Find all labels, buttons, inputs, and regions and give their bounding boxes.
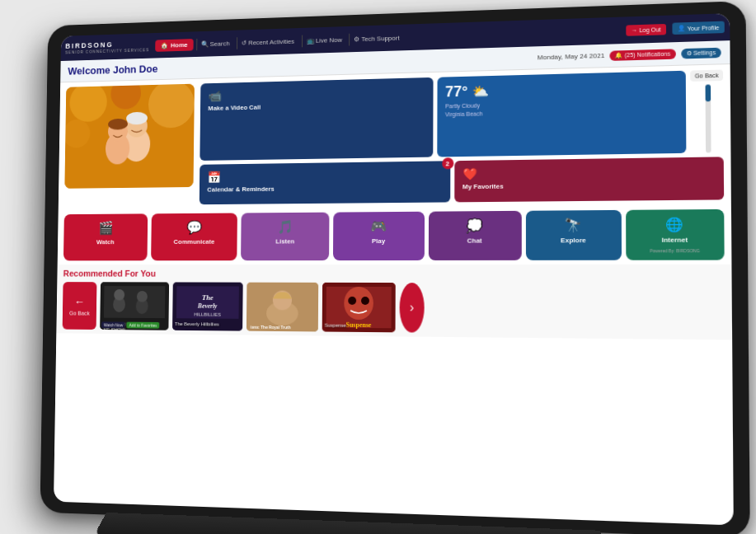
recent-activities-nav-item[interactable]: ↺ Recent Activities [236,35,298,49]
internet-icon: 🌐 [665,217,683,233]
tablet-wrapper: BIRDSONG SENIOR CONNECTIVITY SERVICES 🏠 … [40,1,749,534]
internet-button[interactable]: 🌐 Internet Powered By: BIRDSONG [625,209,724,260]
watch-button[interactable]: 🎬 Watch [63,213,147,260]
play-button[interactable]: 🎮 Play [333,212,424,260]
more-button[interactable]: › [399,283,424,333]
rec-go-back-button[interactable]: ← Go Back [62,282,96,330]
rec-actions-1: Watch Now Add to Favorites [100,320,168,330]
favorites-card[interactable]: ❤️ My Favorites [453,157,723,202]
logout-icon: → [631,27,636,33]
heart-icon: ❤️ [462,167,476,180]
hero-image [64,84,195,189]
recommended-section: Recommended For You ← Go Back [56,265,732,340]
calendar-card[interactable]: 2 📅 Calendar & Reminders [199,161,449,204]
play-icon: 🎮 [370,218,387,234]
rec-card-beverly[interactable]: The Beverly HILLBILLIES The Beverly Hill… [172,282,243,330]
welcome-text: Welcome John Doe [68,63,157,77]
search-icon: 🔍 [200,40,208,48]
bell-icon: 🔔 [614,52,622,59]
rec-card-diana[interactable]: iana: The Royal Truth [246,283,317,332]
tablet-screen: BIRDSONG SENIOR CONNECTIVITY SERVICES 🏠 … [54,13,734,525]
communicate-button[interactable]: 💬 Communicate [151,213,237,261]
left-arrow-icon: ← [74,295,85,307]
go-back-scroll-area: Go Back [690,70,723,153]
listen-button[interactable]: 🎵 Listen [241,213,330,261]
chat-icon: 💭 [466,218,482,233]
explore-button[interactable]: 🔭 Explore [525,210,621,260]
profile-button[interactable]: 👤 Your Profile [672,21,724,35]
search-nav-item[interactable]: 🔍 Search [195,37,232,50]
recommended-title: Recommended For You [63,269,724,279]
suspense-title: Suspense [324,316,345,330]
top-cards-row: 📹 Make a Video Call 77° ⛅ Partly Cloudy … [200,70,723,161]
chat-button[interactable]: 💭 Chat [428,211,521,260]
communicate-icon: 💬 [186,220,202,236]
chevron-right-icon: › [409,300,413,315]
scroll-track[interactable] [705,84,711,152]
beverly-title: The Beverly Hillbillies [174,314,240,329]
svg-text:iana: The Royal Truth: iana: The Royal Truth [250,326,290,330]
app-logo: BIRDSONG SENIOR CONNECTIVITY SERVICES [65,40,149,54]
logout-button[interactable]: → Log Out [626,23,666,35]
weather-temp: 77° [445,83,467,101]
svg-text:Suspense: Suspense [345,321,371,330]
weather-card[interactable]: 77° ⛅ Partly Cloudy Virginia Beach [436,71,686,157]
explore-icon: 🔭 [564,217,581,233]
scroll-thumb [705,84,711,101]
recent-icon: ↺ [241,39,247,46]
tablet-body: BIRDSONG SENIOR CONNECTIVITY SERVICES 🏠 … [40,1,749,534]
tech-icon: ⚙ [354,35,359,43]
calendar-badge: 2 [441,157,453,169]
live-now-nav-item[interactable]: 📺 Live Now [301,33,345,46]
profile-icon: 👤 [677,25,685,32]
recommended-row: ← Go Back [62,282,725,335]
watch-now-button[interactable]: Watch Now [101,321,125,328]
home-icon: 🏠 [160,41,167,49]
weather-condition: Partly Cloudy [445,102,480,109]
action-buttons-row: 🎬 Watch 💬 Communicate 🎵 Listen 🎮 Play 💭 [57,205,731,265]
bottom-cards-row: 2 📅 Calendar & Reminders ❤️ My Favorites [199,157,723,204]
gear-icon: ⚙ [686,49,691,56]
go-back-button[interactable]: Go Back [690,70,723,82]
powered-by-text: Powered By: BIRDSONG [650,248,700,253]
live-icon: 📺 [306,37,314,44]
calendar-icon: 📅 [207,171,220,184]
video-call-card[interactable]: 📹 Make a Video Call [200,77,433,161]
video-icon: 📹 [208,89,221,102]
settings-button[interactable]: ⚙ Settings [680,47,721,59]
watch-icon: 🎬 [97,220,113,235]
header-right: Monday, May 24 2021 🔔 (25) Notifications… [537,47,721,63]
weather-icon: ⛅ [472,83,488,100]
weather-location: Virginia Beach [445,110,482,117]
add-favorites-button[interactable]: Add to Favorites [126,322,158,329]
tech-support-nav-item[interactable]: ⚙ Tech Support [349,31,403,45]
rec-card-suspense[interactable]: Suspense Suspense [322,283,395,332]
notifications-button[interactable]: 🔔 (25) Notifications [609,49,675,61]
music-icon: 🎵 [277,219,293,235]
header-date: Monday, May 24 2021 [537,52,604,61]
svg-rect-12 [103,286,164,318]
cards-area: 📹 Make a Video Call 77° ⛅ Partly Cloudy … [199,70,723,205]
rec-card-dickvan[interactable]: DICK VAN DY KE SHOW Watch Now Add to Fav… [100,282,169,330]
svg-text:The: The [201,293,213,302]
home-button[interactable]: 🏠 Home [155,39,193,52]
svg-text:Beverly: Beverly [196,302,217,310]
main-content: 📹 Make a Video Call 77° ⛅ Partly Cloudy … [58,64,730,210]
